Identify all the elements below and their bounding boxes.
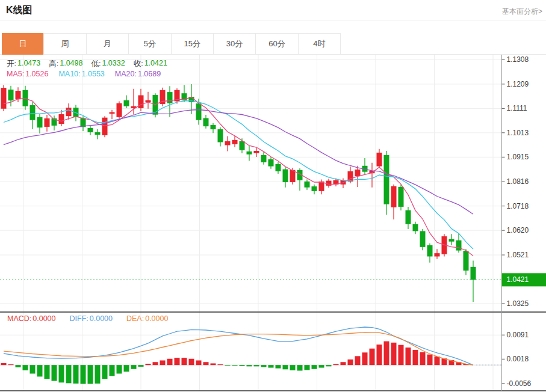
ohlc-label-0: 开: <box>7 59 16 69</box>
macd-bar <box>420 352 426 365</box>
macd-bar <box>232 365 238 366</box>
ma-item-0: MA5:1.0526 <box>7 70 48 78</box>
kline-chart-canvas[interactable]: 1.13081.12091.11111.10131.09151.08161.07… <box>0 55 546 392</box>
macd-bar <box>297 365 303 370</box>
macd-bar <box>333 364 339 366</box>
candle-body <box>247 152 252 155</box>
macd-item-2: DEA:0.0000 <box>126 314 168 323</box>
ohlc-legend: 开:1.0473高:1.0498低:1.0332收:1.0421 <box>7 59 167 69</box>
macd-bar <box>268 365 274 367</box>
candle-body <box>283 170 288 182</box>
ma-value-1: 1.0553 <box>82 70 105 78</box>
macd-bar <box>326 365 332 366</box>
candle-body <box>427 245 433 257</box>
price-tick-label: 1.0620 <box>507 226 529 234</box>
candle-body <box>66 108 72 116</box>
tab-4hour[interactable]: 4时 <box>298 34 340 54</box>
candle-body <box>95 132 101 135</box>
macd-bar <box>413 350 418 365</box>
candle-body <box>211 125 216 129</box>
candle-body <box>326 181 332 186</box>
macd-bar <box>160 360 166 365</box>
macd-item-0: MACD:0.0000 <box>7 314 56 323</box>
tab-60min[interactable]: 60分 <box>255 34 297 54</box>
macd-bar <box>167 359 173 365</box>
ohlc-item-1: 高:1.0498 <box>49 59 82 69</box>
macd-bar <box>182 358 187 365</box>
macd-bar <box>370 349 375 365</box>
tab-day[interactable]: 日 <box>2 33 43 55</box>
macd-value-0: 0.0000 <box>33 314 55 323</box>
macd-bar <box>88 365 93 384</box>
macd-axis-labels: 0.00910.0018-0.0056 <box>502 331 532 388</box>
candle-body <box>377 153 382 167</box>
macd-legend: MACD:0.0000DIFF:0.0000DEA:0.0000 <box>7 314 168 323</box>
macd-tick-label: -0.0056 <box>507 379 532 388</box>
macd-bar <box>225 365 231 366</box>
candle-body <box>110 112 115 114</box>
candle-body <box>240 141 245 150</box>
ohlc-value-3: 1.0421 <box>144 59 167 69</box>
macd-bar <box>45 365 50 379</box>
macd-bar <box>23 365 28 370</box>
ma-label-2: MA20: <box>115 70 137 78</box>
ma-item-1: MA10:1.0553 <box>58 70 104 78</box>
candle-body <box>117 103 122 117</box>
ma-item-2: MA20:1.0689 <box>115 70 161 78</box>
tab-week[interactable]: 周 <box>43 34 85 54</box>
tab-month[interactable]: 月 <box>86 34 128 54</box>
macd-label-1: DIFF: <box>70 314 88 323</box>
ma5-line <box>4 97 473 256</box>
candle-body <box>449 239 454 242</box>
macd-value-2: 0.0000 <box>145 314 168 323</box>
candle-body <box>45 118 50 127</box>
macd-bar <box>153 362 158 365</box>
candle-body <box>471 267 476 280</box>
candle-body <box>218 129 223 142</box>
candle-body <box>261 155 267 162</box>
candle-body <box>290 170 296 182</box>
header-divider <box>0 20 546 20</box>
macd-tick-label: 0.0091 <box>507 331 529 339</box>
macd-bar <box>218 364 223 365</box>
candle-body <box>138 95 144 108</box>
candle-body <box>203 118 209 126</box>
price-tick-label: 1.0816 <box>507 177 529 186</box>
tab-15min[interactable]: 15分 <box>171 34 213 54</box>
timeframe-tab-bar: 日周月5分15分30分60分4时 <box>2 33 341 55</box>
macd-bar <box>110 365 115 376</box>
ma-label-0: MA5: <box>7 70 24 78</box>
tab-5min[interactable]: 5分 <box>128 34 170 54</box>
ohlc-label-1: 高: <box>49 59 58 69</box>
macd-tick-label: 0.0018 <box>507 355 529 363</box>
macd-bar <box>146 364 151 365</box>
macd-bar <box>406 348 411 365</box>
ohlc-value-2: 1.0332 <box>102 59 125 69</box>
candle-body <box>464 251 469 271</box>
macd-bar <box>427 355 433 366</box>
candle-body <box>413 224 418 231</box>
macd-bar <box>196 360 202 365</box>
macd-bar <box>59 365 64 382</box>
macd-bar <box>391 343 397 365</box>
macd-bar <box>175 358 180 365</box>
candle-body <box>406 210 411 224</box>
price-tick-label: 1.0325 <box>507 299 529 308</box>
macd-bar <box>240 365 245 366</box>
candle-body <box>355 170 361 176</box>
macd-bar <box>399 345 404 365</box>
price-tick-label: 1.1111 <box>507 104 527 112</box>
tab-30min[interactable]: 30分 <box>213 34 255 54</box>
candle-body <box>167 92 173 103</box>
macd-bar <box>203 362 209 365</box>
macd-bar <box>8 364 14 365</box>
ohlc-label-3: 收: <box>134 59 143 69</box>
candle-body <box>8 90 14 100</box>
candle-body <box>420 231 426 247</box>
macd-bar <box>276 365 281 368</box>
current-price-label: 1.0421 <box>507 275 529 284</box>
macd-bar <box>312 365 317 369</box>
fundamental-analysis-link[interactable]: 基本面分析> <box>502 7 542 17</box>
price-tick-label: 1.0521 <box>507 251 529 259</box>
candle-body <box>225 141 231 145</box>
